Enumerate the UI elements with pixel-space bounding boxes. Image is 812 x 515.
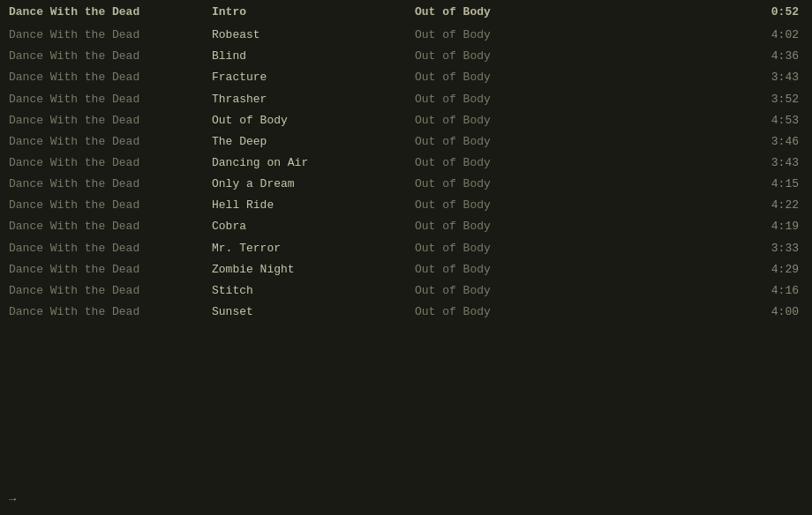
track-duration: 3:46 [618,133,803,151]
track-row[interactable]: Dance With the DeadDancing on AirOut of … [0,153,812,174]
track-duration: 3:43 [618,69,803,86]
track-title: Fracture [212,69,415,86]
track-title: Thrasher [212,91,415,108]
track-title: Robeast [212,26,415,44]
track-album: Out of Body [415,133,618,151]
track-title: Out of Body [212,112,415,130]
track-row[interactable]: Dance With the DeadCobraOut of Body4:19 [0,216,812,237]
track-artist: Dance With the Dead [9,69,212,86]
track-album: Out of Body [415,240,618,258]
track-title: Zombie Night [212,261,415,279]
track-duration: 3:43 [618,154,803,172]
track-row[interactable]: Dance With the DeadHell RideOut of Body4… [0,195,812,216]
track-artist: Dance With the Dead [9,133,212,151]
track-artist: Dance With the Dead [9,197,212,214]
track-title: Only a Dream [212,175,415,193]
track-duration: 4:29 [618,261,803,279]
track-row[interactable]: Dance With the DeadBlindOut of Body4:36 [0,46,812,67]
track-title: The Deep [212,133,415,151]
header-duration: 0:52 [618,4,803,21]
track-artist: Dance With the Dead [9,218,212,235]
track-artist: Dance With the Dead [9,303,212,321]
track-album: Out of Body [415,282,618,300]
track-duration: 4:19 [618,218,803,235]
track-artist: Dance With the Dead [9,91,212,108]
track-title: Mr. Terror [212,240,415,258]
track-title: Dancing on Air [212,154,415,172]
track-album: Out of Body [415,303,618,321]
track-artist: Dance With the Dead [9,48,212,65]
track-duration: 4:53 [618,112,803,130]
track-album: Out of Body [415,91,618,108]
header-title: Intro [212,4,415,21]
track-row[interactable]: Dance With the DeadZombie NightOut of Bo… [0,259,812,280]
track-album: Out of Body [415,69,618,86]
track-album: Out of Body [415,175,618,193]
track-artist: Dance With the Dead [9,26,212,44]
track-title: Cobra [212,218,415,235]
track-album: Out of Body [415,154,618,172]
track-album: Out of Body [415,261,618,279]
track-duration: 4:00 [618,303,803,321]
track-album: Out of Body [415,26,618,44]
track-title: Blind [212,48,415,65]
track-row[interactable]: Dance With the DeadRobeastOut of Body4:0… [0,25,812,46]
bottom-arrow: → [9,492,16,506]
track-artist: Dance With the Dead [9,112,212,130]
track-list: Dance With the Dead Intro Out of Body 0:… [0,0,812,323]
track-artist: Dance With the Dead [9,154,212,172]
track-artist: Dance With the Dead [9,282,212,300]
track-duration: 3:33 [618,240,803,258]
header-album: Out of Body [415,4,618,21]
track-row[interactable]: Dance With the DeadOut of BodyOut of Bod… [0,110,812,131]
track-duration: 4:36 [618,48,803,65]
track-row[interactable]: Dance With the DeadThe DeepOut of Body3:… [0,131,812,153]
track-duration: 4:02 [618,26,803,44]
track-title: Hell Ride [212,197,415,214]
track-duration: 4:22 [618,197,803,214]
track-artist: Dance With the Dead [9,240,212,258]
track-artist: Dance With the Dead [9,261,212,279]
track-album: Out of Body [415,48,618,65]
track-list-header: Dance With the Dead Intro Out of Body 0:… [0,2,812,25]
track-row[interactable]: Dance With the DeadSunsetOut of Body4:00 [0,302,812,323]
track-duration: 4:16 [618,282,803,300]
track-album: Out of Body [415,197,618,214]
track-duration: 4:15 [618,175,803,193]
track-row[interactable]: Dance With the DeadFractureOut of Body3:… [0,67,812,88]
track-artist: Dance With the Dead [9,175,212,193]
track-row[interactable]: Dance With the DeadOnly a DreamOut of Bo… [0,174,812,195]
track-row[interactable]: Dance With the DeadMr. TerrorOut of Body… [0,238,812,259]
header-artist: Dance With the Dead [9,4,212,21]
track-album: Out of Body [415,218,618,235]
track-album: Out of Body [415,112,618,130]
track-row[interactable]: Dance With the DeadStitchOut of Body4:16 [0,280,812,302]
track-title: Sunset [212,303,415,321]
track-duration: 3:52 [618,91,803,108]
track-row[interactable]: Dance With the DeadThrasherOut of Body3:… [0,89,812,110]
track-title: Stitch [212,282,415,300]
